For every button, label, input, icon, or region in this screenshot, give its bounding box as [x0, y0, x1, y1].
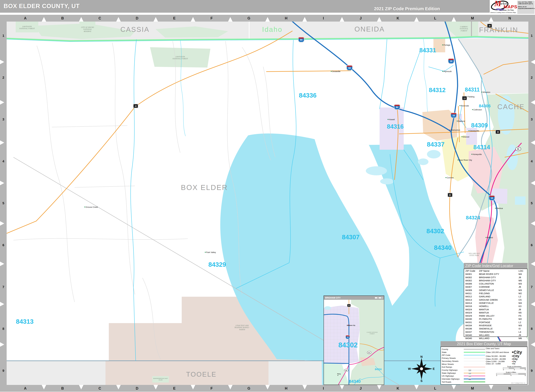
town-dot-icon	[445, 177, 446, 178]
city-dot-icon: •	[512, 361, 512, 362]
zip-index-row: 84307CORINNEJ6	[465, 285, 526, 288]
town-name: Howell	[389, 118, 395, 121]
grid-notch	[0, 302, 4, 306]
town-dot-icon	[457, 121, 458, 121]
legend-line-item: Toll Roads	[442, 381, 485, 383]
route-shield-icon: 30	[495, 130, 500, 134]
legend-line-item: Minor Streets	[442, 363, 485, 366]
grid-row-label: 9	[0, 350, 7, 392]
route-shield-icon: 13	[462, 96, 467, 100]
county-label: FRANKLIN	[479, 26, 518, 34]
grid-row-label: 6	[0, 224, 7, 266]
grid-notch	[531, 181, 535, 185]
legend-line-item: ZIP Code	[442, 354, 485, 357]
scale-bar-graphic	[496, 373, 526, 375]
town-label: Mantua	[495, 207, 503, 210]
grid-strip-right: 123456789	[528, 15, 535, 392]
grid-notch	[531, 302, 535, 306]
scale-title: Scale in Miles	[496, 371, 526, 373]
county-label: CACHE	[497, 103, 525, 111]
legend-shield-icon: 123	[468, 375, 471, 377]
logo-contact-box: CALL US TOLL FREE! 1-888-434-MAPS (6277)…	[517, 1, 535, 14]
town-name: Corinne	[447, 177, 454, 179]
legend-city-row: Cities 25,000 - 49,999 •City	[486, 358, 526, 360]
brigham-city-inset: BRIGHAM CITY	[324, 295, 384, 385]
legend-city-row: Cities 5,000 - 24,999 •City	[486, 360, 526, 363]
area-label: SAWTOOTH NATIONAL FOREST	[172, 56, 189, 60]
logo-subline: America's Leading Source of Business Map…	[490, 12, 516, 13]
scale-bar-graphic	[503, 367, 526, 369]
legend-line-sample	[464, 367, 485, 367]
grid-notch	[303, 17, 307, 22]
town-name: Deweyville	[470, 130, 479, 132]
town-name: Mantua	[496, 207, 503, 210]
grid-row-label: 7	[528, 266, 535, 308]
town-dot-icon	[469, 131, 469, 131]
legend-item-label: Toll Roads	[442, 381, 464, 383]
town-name: Honeyville	[473, 153, 482, 155]
town-dot-icon	[388, 119, 388, 120]
grid-col-label: F	[193, 15, 230, 22]
grid-notch	[153, 385, 158, 389]
grid-col-label: J	[342, 385, 379, 392]
grid-col-label: I	[305, 385, 342, 392]
marketmaps-logo: M arket MAPS On Target. On Time. America…	[490, 0, 535, 15]
legend-item-label: Minor Streets	[442, 363, 464, 365]
area-label: SAWTOOTH NATIONAL FOREST	[19, 26, 35, 30]
zip-code-label: 84311	[465, 87, 480, 93]
town-dot-icon	[462, 136, 462, 137]
city-class-label: Cities 25,000 - 49,999	[486, 358, 512, 360]
grid-notch	[531, 60, 535, 64]
grid-strip-left: 123456789	[0, 15, 7, 392]
grid-notch	[0, 140, 4, 145]
legend-item-label: County Highways	[442, 369, 464, 371]
grid-notch	[531, 221, 535, 226]
grid-col-label: C	[81, 385, 118, 392]
zip-index-row: 84313GROUSE CREEKC5	[465, 298, 526, 301]
logo-tagline: On Target. On Time.	[499, 9, 514, 11]
zip-code-label: 84309	[471, 122, 488, 129]
grid-notch	[531, 140, 535, 145]
grid-notch	[42, 17, 46, 22]
legend-line-item: County Highways 123	[442, 369, 485, 372]
grid-col-label: A	[7, 15, 44, 22]
grid-col-label: H	[267, 15, 305, 22]
grid-notch	[153, 17, 158, 22]
grid-col-label: L	[417, 15, 454, 22]
town-dot-icon	[331, 71, 332, 72]
town-dot-icon	[486, 237, 486, 238]
grid-col-label: B	[44, 385, 81, 392]
grid-row-label: 6	[528, 224, 535, 266]
grid-notch	[303, 385, 307, 389]
city-class-sample: •City	[512, 363, 515, 364]
map-geography	[7, 22, 528, 385]
town-name: Garland	[458, 120, 465, 122]
town-dot-icon	[205, 252, 206, 253]
grid-notch	[191, 17, 195, 22]
legend-shield-icon: 123	[468, 372, 471, 374]
city-class-sample: •City	[512, 358, 518, 360]
legend-title: 2021 Box Elder County, UT Map	[440, 341, 527, 347]
legend-item-label: US Highways	[442, 375, 464, 377]
grid-row-label: 1	[0, 15, 7, 57]
title-bar: BOX ELDER COUNTY, UT 2021 ZIP Code Premi…	[0, 0, 490, 13]
scale-bar: Scale in Kilometers 048	[503, 366, 526, 371]
zip-index-row: 84302BRIGHAM CITYJ8	[465, 276, 526, 279]
zip-code-label: 84307	[342, 233, 360, 241]
city-class-sample: •City	[512, 361, 516, 362]
city-dot-icon: •	[512, 358, 513, 360]
scale-title: Scale in Kilometers	[503, 366, 526, 367]
town-name: Grouse Creek	[86, 206, 98, 208]
town-dot-icon	[495, 208, 496, 209]
inset-route-shield-icon: 15	[346, 335, 350, 339]
inset-route-shield-icon: 89	[344, 369, 348, 372]
page-title: BOX ELDER COUNTY, UT	[4, 3, 80, 9]
inset-label: Brigham City	[347, 325, 355, 326]
route-shield-icon: 83	[448, 193, 452, 197]
grid-notch	[489, 17, 493, 22]
route-shield-icon: 91	[515, 147, 521, 151]
town-label: Elwood	[462, 136, 469, 138]
grid-col-label: M	[454, 385, 491, 392]
legend-line-items: County State ZIP Code Primary Streets	[442, 348, 485, 384]
grid-row-label: 4	[0, 140, 7, 182]
